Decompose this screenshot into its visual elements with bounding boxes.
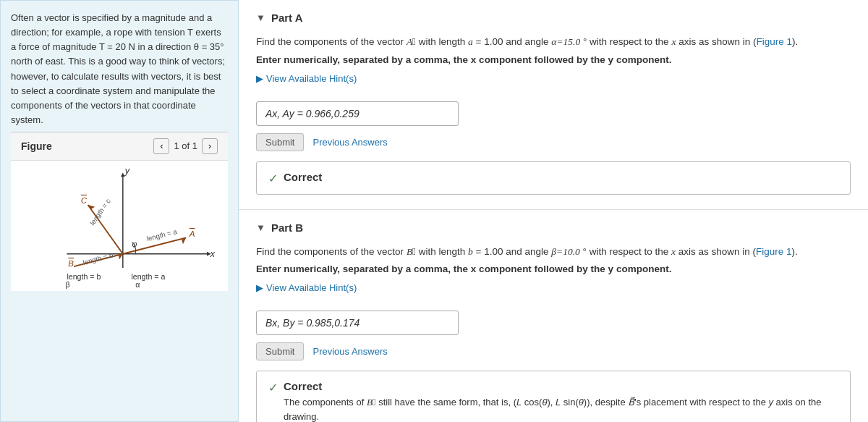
vector-a-symbol: A⃗ xyxy=(407,36,416,47)
part-a-hint-label: View Available Hint(s) xyxy=(266,73,357,84)
part-a-hint-link[interactable]: ▶ View Available Hint(s) xyxy=(256,73,357,84)
part-b-prev-answers-link[interactable]: Previous Answers xyxy=(312,346,387,357)
part-b-correct-content: Correct The components of B⃗ still have … xyxy=(284,380,838,422)
part-a-correct-label: Correct xyxy=(284,171,322,183)
context-text: Often a vector is specified by a magnitu… xyxy=(11,11,228,127)
svg-text:A: A xyxy=(189,229,195,238)
part-b-length-var: b xyxy=(468,246,473,257)
part-a-angle-var: α=15.0 xyxy=(551,36,580,47)
part-b-problem-text: Find the components of the vector B⃗ wit… xyxy=(256,244,851,260)
part-b-axis-var: x xyxy=(671,246,676,257)
part-a-submit-button[interactable]: Submit xyxy=(256,133,304,151)
svg-text:C: C xyxy=(81,195,88,205)
part-b-hint-label: View Available Hint(s) xyxy=(266,282,357,293)
figure-title: Figure xyxy=(21,139,52,154)
figure-diagram: x y A length = a B xyxy=(11,161,228,291)
figure-next-button[interactable]: › xyxy=(202,138,218,154)
svg-text:α: α xyxy=(135,280,140,289)
part-b-figure-link[interactable]: Figure 1 xyxy=(756,246,792,257)
part-a-section: ▼ Part A Find the components of the vect… xyxy=(239,0,868,210)
part-b-answer-box: Bx, By = 0.985,0.174 xyxy=(256,311,459,335)
left-panel: Often a vector is specified by a magnitu… xyxy=(0,0,239,422)
chevron-left-icon: ‹ xyxy=(160,141,163,151)
part-a-check-icon: ✓ xyxy=(268,172,278,185)
figure-header: Figure ‹ 1 of 1 › xyxy=(11,132,228,161)
figure-prev-button[interactable]: ‹ xyxy=(153,138,169,154)
svg-text:φ: φ xyxy=(132,240,137,248)
part-a-answer-box: Ax, Ay = 0.966,0.259 xyxy=(256,101,459,126)
part-a-collapse-arrow[interactable]: ▼ xyxy=(256,12,265,23)
part-a-figure-link[interactable]: Figure 1 xyxy=(756,36,792,47)
part-a-problem-text: Find the components of the vector A⃗ wit… xyxy=(256,34,851,50)
right-panel: ▼ Part A Find the components of the vect… xyxy=(239,0,868,422)
figure-page: 1 of 1 xyxy=(174,139,197,153)
vector-b-symbol: B⃗ xyxy=(407,246,416,257)
part-a-label: Part A xyxy=(271,12,303,24)
part-b-header: ▼ Part B xyxy=(256,221,851,234)
part-b-correct-detail: The components of B⃗ still have the same… xyxy=(284,395,838,422)
hint-arrow-icon: ▶ xyxy=(256,73,263,84)
part-b-correct-box: ✓ Correct The components of B⃗ still hav… xyxy=(256,371,851,422)
part-a-correct-content: Correct xyxy=(284,171,322,183)
part-b-collapse-arrow[interactable]: ▼ xyxy=(256,222,265,233)
part-a-correct-box: ✓ Correct xyxy=(256,161,851,195)
figure-section: Figure ‹ 1 of 1 › xyxy=(11,132,228,291)
part-b-instruction: Enter numerically, separated by a comma,… xyxy=(256,263,851,274)
part-b-submit-button[interactable]: Submit xyxy=(256,342,304,360)
svg-text:x: x xyxy=(210,249,216,259)
part-b-submit-row: Submit Previous Answers xyxy=(256,342,851,360)
part-a-header: ▼ Part A xyxy=(256,12,851,24)
part-b-section: ▼ Part B Find the components of the vect… xyxy=(239,210,868,422)
svg-text:length = a: length = a xyxy=(131,272,165,281)
chevron-right-icon: › xyxy=(208,141,211,151)
part-b-check-icon: ✓ xyxy=(268,381,278,394)
svg-text:y: y xyxy=(124,166,130,177)
part-a-length-var: a xyxy=(468,36,473,47)
part-a-instruction: Enter numerically, separated by a comma,… xyxy=(256,54,851,65)
svg-text:β: β xyxy=(65,280,69,289)
part-a-prev-answers-link[interactable]: Previous Answers xyxy=(312,137,387,148)
part-a-submit-row: Submit Previous Answers xyxy=(256,133,851,151)
figure-nav: ‹ 1 of 1 › xyxy=(153,138,218,154)
svg-text:length = b: length = b xyxy=(82,251,114,267)
part-b-label: Part B xyxy=(271,221,303,234)
part-b-angle-var: β=10.0 xyxy=(551,246,579,257)
figure-canvas: x y A length = a B xyxy=(11,161,228,291)
svg-line-14 xyxy=(88,205,122,254)
part-b-correct-label: Correct xyxy=(284,380,838,392)
svg-text:length = b: length = b xyxy=(67,272,101,281)
part-a-axis-var: x xyxy=(671,36,676,47)
part-b-hint-link[interactable]: ▶ View Available Hint(s) xyxy=(256,282,357,293)
part-b-hint-arrow-icon: ▶ xyxy=(256,282,263,293)
svg-text:B: B xyxy=(68,258,74,268)
